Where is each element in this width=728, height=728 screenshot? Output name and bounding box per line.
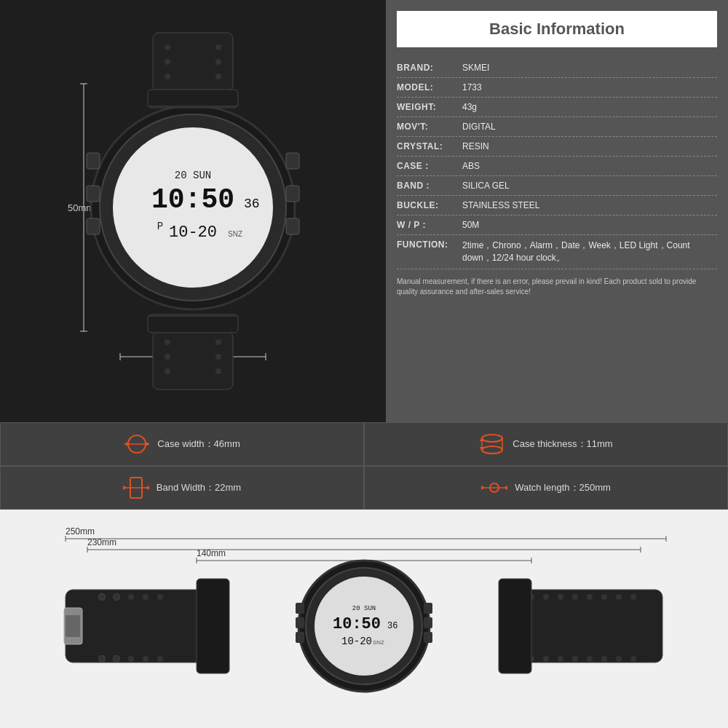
model-value: 1733 xyxy=(462,82,482,92)
spec-watch-length-text: Watch length：250mm xyxy=(515,481,611,494)
bottom-watch-diagram: 250mm 230mm 140mm xyxy=(44,524,684,713)
band-width-icon xyxy=(123,475,149,501)
wp-value: 50M xyxy=(462,220,479,230)
function-row: FUNCTION: 2time，Chrono，Alarm，Date，Week，L… xyxy=(397,235,717,269)
svg-point-79 xyxy=(114,594,119,600)
weight-value: 43g xyxy=(462,102,477,112)
svg-point-84 xyxy=(114,656,119,662)
svg-point-104 xyxy=(630,656,636,662)
svg-point-96 xyxy=(630,594,636,600)
svg-point-45 xyxy=(482,435,502,442)
spec-case-thickness-text: Case thickness：11mm xyxy=(513,438,612,451)
svg-marker-49 xyxy=(480,437,484,441)
case-row: CASE : ABS xyxy=(397,157,717,176)
svg-text:140mm: 140mm xyxy=(197,548,226,558)
brand-label: BRAND: xyxy=(397,63,462,73)
svg-point-101 xyxy=(587,656,593,662)
movement-value: DIGITAL xyxy=(462,122,496,132)
svg-text:36: 36 xyxy=(387,621,397,631)
case-width-icon xyxy=(124,431,150,457)
spec-case-width-text: Case width：46mm xyxy=(157,438,240,451)
svg-point-80 xyxy=(128,594,134,600)
svg-point-82 xyxy=(157,594,163,600)
svg-point-34 xyxy=(215,339,221,345)
svg-rect-17 xyxy=(87,153,100,169)
weight-row: WEIGHT: 43g xyxy=(397,98,717,117)
svg-point-48 xyxy=(482,446,502,454)
model-label: MODEL: xyxy=(397,82,462,92)
buckle-value: STAINLESS STEEL xyxy=(462,200,539,210)
weight-label: WEIGHT: xyxy=(397,102,462,112)
svg-text:10:50: 10:50 xyxy=(151,184,234,215)
svg-point-92 xyxy=(572,594,578,600)
buckle-row: BUCKLE: STAINLESS STEEL xyxy=(397,196,717,215)
watch-length-icon xyxy=(481,475,507,501)
info-note: Manual measurement, if there is an error… xyxy=(397,277,717,297)
svg-point-10 xyxy=(165,59,170,65)
svg-rect-116 xyxy=(296,617,304,628)
svg-point-94 xyxy=(601,594,607,600)
svg-rect-20 xyxy=(286,153,299,169)
watch-diagram-svg: 50mm 46mm xyxy=(40,11,346,411)
specs-bar: Case width：46mm Case thickness：11mm xyxy=(0,422,728,510)
svg-text:SNZ: SNZ xyxy=(228,230,242,238)
svg-rect-40 xyxy=(148,315,238,317)
crystal-row: CRYSTAL: RESIN xyxy=(397,137,717,157)
svg-point-35 xyxy=(215,354,221,360)
svg-point-98 xyxy=(543,656,549,662)
band-label: BAND : xyxy=(397,181,462,191)
svg-rect-22 xyxy=(286,218,299,234)
svg-rect-19 xyxy=(87,218,100,234)
svg-marker-58 xyxy=(504,486,507,490)
wp-label: W / P : xyxy=(397,220,462,230)
bottom-section: 250mm 230mm 140mm xyxy=(0,510,728,728)
svg-rect-106 xyxy=(499,579,531,673)
svg-point-85 xyxy=(128,656,134,662)
wp-row: W / P : 50M xyxy=(397,215,717,235)
svg-rect-115 xyxy=(296,603,304,614)
svg-rect-21 xyxy=(286,186,299,202)
svg-point-81 xyxy=(143,594,149,600)
svg-point-93 xyxy=(587,594,593,600)
spec-cell-watch-length: Watch length：250mm xyxy=(364,466,728,510)
svg-text:36: 36 xyxy=(244,197,260,211)
svg-point-13 xyxy=(215,59,221,65)
svg-point-87 xyxy=(157,656,163,662)
svg-text:20  SUN: 20 SUN xyxy=(175,170,211,181)
svg-rect-18 xyxy=(87,186,100,202)
info-panel: Basic Information BRAND: SKMEI MODEL: 17… xyxy=(386,0,728,422)
case-value: ABS xyxy=(462,161,480,171)
svg-point-12 xyxy=(215,44,221,50)
svg-point-86 xyxy=(143,656,149,662)
svg-rect-88 xyxy=(517,590,662,662)
spec-band-width-text: Band Width：22mm xyxy=(157,481,241,494)
watch-image-area: 50mm 46mm xyxy=(0,0,386,422)
crystal-label: CRYSTAL: xyxy=(397,141,462,151)
svg-point-36 xyxy=(215,368,221,374)
crystal-value: RESIN xyxy=(462,141,489,151)
svg-point-83 xyxy=(99,656,105,662)
svg-text:P: P xyxy=(157,221,163,232)
svg-point-31 xyxy=(165,339,170,345)
svg-text:230mm: 230mm xyxy=(87,537,116,547)
info-title: Basic Information xyxy=(411,20,703,39)
svg-text:20  SUN: 20 SUN xyxy=(352,605,376,612)
top-section: 50mm 46mm xyxy=(0,0,728,422)
svg-rect-118 xyxy=(424,603,432,614)
svg-marker-43 xyxy=(124,442,128,446)
info-title-box: Basic Information xyxy=(397,11,717,47)
svg-point-78 xyxy=(99,594,105,600)
svg-text:SNZ: SNZ xyxy=(373,639,384,646)
spec-cell-case-thickness: Case thickness：11mm xyxy=(364,422,728,466)
case-label: CASE : xyxy=(397,161,462,171)
svg-point-103 xyxy=(616,656,622,662)
svg-rect-120 xyxy=(424,632,432,643)
svg-text:10-20: 10-20 xyxy=(169,223,217,242)
svg-point-32 xyxy=(165,354,170,360)
svg-point-99 xyxy=(558,656,563,662)
svg-rect-37 xyxy=(148,90,238,108)
function-value: 2time，Chrono，Alarm，Date，Week，LED Light，C… xyxy=(462,240,717,264)
svg-marker-53 xyxy=(123,486,127,490)
movement-row: MOV'T: DIGITAL xyxy=(397,117,717,137)
svg-rect-71 xyxy=(66,590,211,662)
